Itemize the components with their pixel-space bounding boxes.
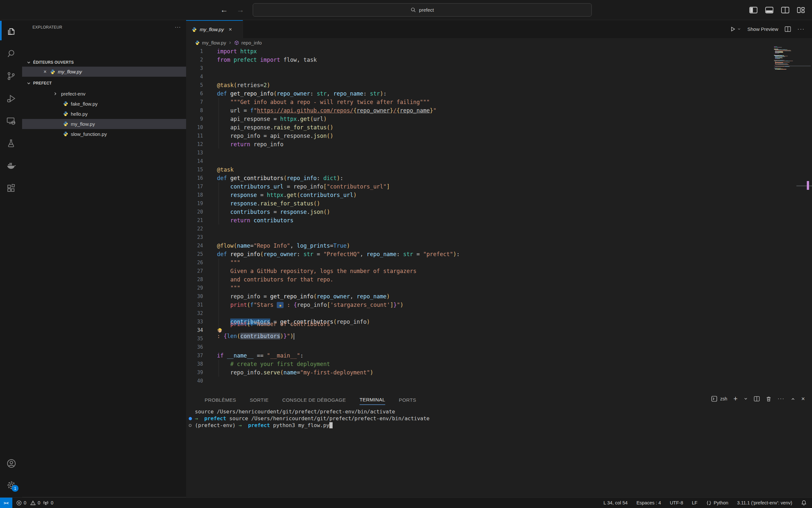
code-line[interactable]: 11repo_info = api_response.json(): [186, 132, 812, 140]
code-line[interactable]: 15@task: [186, 165, 812, 174]
code-line[interactable]: 39repo_info.serve(name="my-first-deploym…: [186, 368, 812, 377]
code-line[interactable]: 23: [186, 233, 812, 242]
code-line[interactable]: 6def get_repo_info(repo_owner: str, repo…: [186, 89, 812, 98]
panel-tab-terminal[interactable]: TERMINAL: [360, 395, 385, 405]
extensions-icon[interactable]: [6, 183, 16, 193]
run-python-file-button[interactable]: [730, 26, 741, 32]
code-line[interactable]: 30repo_info = get_repo_info(repo_owner, …: [186, 292, 812, 301]
settings-gear-icon[interactable]: 1: [6, 480, 16, 490]
split-editor-icon[interactable]: [785, 26, 791, 32]
code-line[interactable]: 35: [186, 334, 812, 343]
show-preview-button[interactable]: Show Preview: [747, 26, 778, 32]
open-editors-section-header[interactable]: ÉDITEURS OUVERTS: [22, 58, 186, 67]
testing-icon[interactable]: [6, 138, 16, 148]
command-decoration-default[interactable]: [189, 424, 192, 427]
code-line[interactable]: 21return contributors: [186, 216, 812, 224]
panel-tab-probl-mes[interactable]: PROBLÈMES: [205, 395, 236, 405]
code-line[interactable]: 12return repo_info: [186, 140, 812, 149]
split-terminal-icon[interactable]: [754, 396, 760, 401]
code-line[interactable]: 3: [186, 64, 812, 73]
code-line[interactable]: 24@flow(name="Repo Info", log_prints=Tru…: [186, 242, 812, 250]
command-decoration-success[interactable]: [189, 417, 192, 420]
nav-back-button[interactable]: ←: [220, 5, 228, 15]
project-section-header[interactable]: PREFECT: [22, 79, 186, 87]
file-item-hello-py[interactable]: hello.py: [22, 109, 186, 119]
account-icon[interactable]: [6, 458, 16, 468]
code-line[interactable]: 34print(f"Number of contributors : {len(…: [186, 326, 812, 334]
command-center-search[interactable]: prefect: [253, 3, 592, 16]
code-line[interactable]: 5@task(retries=2): [186, 81, 812, 89]
forwarded-ports-status[interactable]: 0: [43, 500, 53, 506]
code-line[interactable]: 26""": [186, 258, 812, 267]
editor-more-actions-icon[interactable]: ···: [797, 26, 805, 33]
panel-tab-console-de-d-bogage[interactable]: CONSOLE DE DÉBOGAGE: [282, 395, 346, 405]
maximize-panel-icon[interactable]: [791, 397, 795, 401]
language-mode-status[interactable]: Python: [706, 500, 728, 506]
code-line[interactable]: 16def get_contributors(repo_info: dict):: [186, 174, 812, 182]
code-line[interactable]: 28and contributors for that repo.: [186, 275, 812, 284]
open-editor-item[interactable]: × my_flow.py: [22, 67, 186, 77]
code-line[interactable]: 7"""Get info about a repo - will retry t…: [186, 98, 812, 106]
code-line[interactable]: 31print(f"Stars ★ : {repo_info['stargaze…: [186, 301, 812, 309]
code-line[interactable]: 17contributors_url = repo_info["contribu…: [186, 182, 812, 191]
python-interpreter-status[interactable]: 3.11.1 ('prefect-env': venv): [737, 500, 792, 505]
encoding-status[interactable]: UTF-8: [670, 500, 683, 505]
code-line[interactable]: 8url = f"https://api.github.com/repos/{r…: [186, 106, 812, 115]
code-line[interactable]: 18response = httpx.get(contributors_url): [186, 191, 812, 199]
tab-my-flow[interactable]: my_flow.py ×: [186, 20, 243, 38]
source-control-icon[interactable]: [6, 71, 16, 81]
kill-terminal-icon[interactable]: [766, 396, 771, 402]
panel-more-actions-icon[interactable]: ···: [777, 396, 785, 402]
docker-icon[interactable]: [6, 161, 16, 171]
code-editor[interactable]: 1import httpx2from prefect import flow, …: [186, 47, 812, 393]
toggle-secondary-sidebar-icon[interactable]: [781, 7, 789, 13]
code-line[interactable]: 29""": [186, 284, 812, 292]
explorer-icon[interactable]: [6, 26, 16, 36]
problems-status[interactable]: 0 0: [16, 500, 40, 506]
indentation-status[interactable]: Espaces : 4: [636, 500, 661, 505]
code-line[interactable]: 32: [186, 309, 812, 318]
breadcrumb-file[interactable]: my_flow.py: [202, 40, 226, 45]
code-line[interactable]: 22: [186, 224, 812, 233]
terminal-dropdown-icon[interactable]: [744, 397, 748, 401]
panel-tab-ports[interactable]: PORTS: [399, 395, 416, 405]
breadcrumb-symbol[interactable]: repo_info: [241, 40, 262, 45]
search-view-icon[interactable]: [6, 49, 16, 58]
toggle-primary-sidebar-icon[interactable]: [749, 7, 757, 13]
code-line[interactable]: 13: [186, 149, 812, 157]
code-line[interactable]: 20contributors = response.json(): [186, 208, 812, 216]
nav-forward-button[interactable]: →: [236, 5, 244, 15]
tab-close-icon[interactable]: ×: [229, 26, 232, 33]
remote-explorer-icon[interactable]: [6, 116, 16, 126]
toggle-panel-icon[interactable]: [765, 7, 773, 13]
file-item-fake_flow-py[interactable]: fake_flow.py: [22, 99, 186, 109]
close-panel-icon[interactable]: ×: [801, 395, 805, 403]
cursor-position-status[interactable]: L 34, col 54: [604, 500, 627, 505]
code-line[interactable]: 19response.raise_for_status(): [186, 199, 812, 208]
eol-status[interactable]: LF: [692, 500, 697, 505]
code-line[interactable]: 27Given a GitHub repository, logs the nu…: [186, 267, 812, 275]
new-terminal-icon[interactable]: +: [733, 396, 737, 402]
code-line[interactable]: 36: [186, 343, 812, 351]
code-line[interactable]: 10api_response.raise_for_status(): [186, 123, 812, 132]
customize-layout-icon[interactable]: [797, 7, 805, 13]
code-line[interactable]: 40: [186, 377, 812, 385]
terminal-profile-zsh[interactable]: zsh: [711, 396, 727, 402]
run-debug-icon[interactable]: [6, 94, 16, 103]
file-item-my_flow-py[interactable]: my_flow.py: [22, 119, 186, 129]
file-item-slow_function-py[interactable]: slow_function.py: [22, 129, 186, 139]
panel-tab-sortie[interactable]: SORTIE: [250, 395, 269, 405]
code-line[interactable]: 25def repo_info(repo_owner: str = "Prefe…: [186, 250, 812, 258]
explorer-more-actions-icon[interactable]: ···: [175, 25, 181, 30]
code-line[interactable]: 4: [186, 73, 812, 81]
notifications-bell[interactable]: [801, 500, 807, 506]
code-line[interactable]: 1import httpx: [186, 47, 812, 55]
code-line[interactable]: 2from prefect import flow, task: [186, 55, 812, 64]
folder-item-prefect-env[interactable]: prefect-env: [22, 89, 186, 99]
terminal[interactable]: source /Users/henricourdent/git/prefect/…: [186, 408, 812, 429]
remote-indicator[interactable]: ><: [0, 498, 12, 508]
close-editor-icon[interactable]: ×: [44, 69, 46, 75]
code-line[interactable]: 37if __name__ == "__main__":: [186, 351, 812, 360]
minimap[interactable]: [774, 46, 801, 70]
code-line[interactable]: 14: [186, 157, 812, 165]
